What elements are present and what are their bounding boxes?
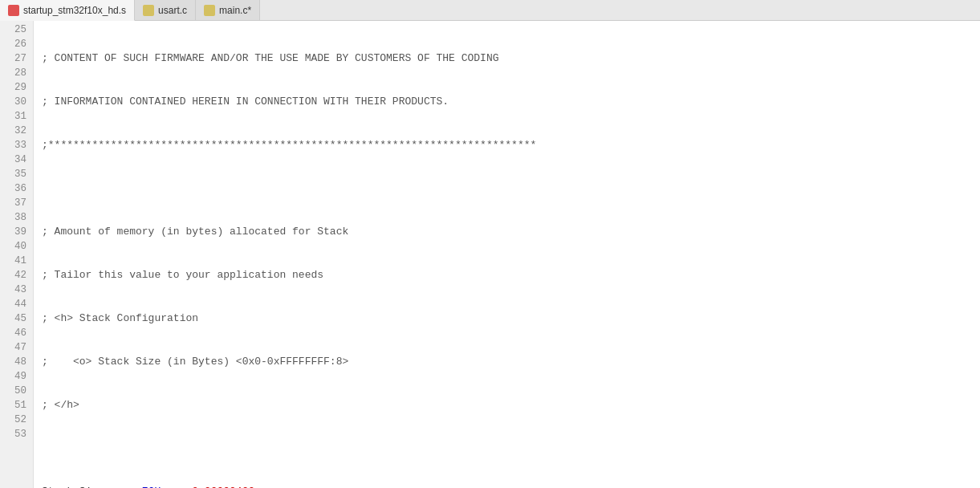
tab-icon-c-usart (143, 5, 154, 16)
code-area: 25 26 27 28 29 30 31 32 33 34 35 36 37 3… (0, 21, 980, 488)
ln-27: 27 (0, 51, 33, 66)
ln-46: 46 (0, 326, 33, 340)
tab-main-label: main.c* (219, 5, 251, 16)
ln-32: 32 (0, 124, 33, 138)
ln-31: 31 (0, 109, 33, 124)
line-32: ; <o> Stack Size (in Bytes) <0x0-0xFFFFF… (42, 355, 980, 369)
ln-40: 40 (0, 239, 33, 254)
tab-usart[interactable]: usart.c (135, 0, 196, 20)
line-28 (42, 181, 980, 196)
tab-main[interactable]: main.c* (196, 0, 260, 20)
ln-34: 34 (0, 152, 33, 167)
line-31: ; <h> Stack Configuration (42, 311, 980, 326)
ln-44: 44 (0, 297, 33, 311)
tab-bar: startup_stm32f10x_hd.s usart.c main.c* (0, 0, 980, 21)
ln-30: 30 (0, 95, 33, 109)
tab-startup[interactable]: startup_stm32f10x_hd.s (0, 0, 135, 21)
ln-41: 41 (0, 254, 33, 268)
ln-53: 53 (0, 427, 33, 441)
ln-25: 25 (0, 22, 33, 37)
code-content: ; CONTENT OF SUCH FIRMWARE AND/OR THE US… (34, 21, 980, 488)
line-34 (42, 441, 980, 456)
tab-icon-asm (8, 5, 19, 16)
line-33: ; </h> (42, 398, 980, 413)
ln-35: 35 (0, 167, 33, 181)
ln-38: 38 (0, 210, 33, 225)
line-26: ; INFORMATION CONTAINED HEREIN IN CONNEC… (42, 95, 980, 109)
ln-52: 52 (0, 413, 33, 427)
ln-33: 33 (0, 138, 33, 152)
ln-42: 42 (0, 268, 33, 283)
ln-49: 49 (0, 369, 33, 384)
ln-29: 29 (0, 80, 33, 95)
ln-50: 50 (0, 384, 33, 398)
line-numbers: 25 26 27 28 29 30 31 32 33 34 35 36 37 3… (0, 21, 34, 488)
line-27: ;***************************************… (42, 138, 980, 152)
ln-51: 51 (0, 398, 33, 413)
tab-icon-c-main (204, 5, 215, 16)
ln-48: 48 (0, 355, 33, 369)
ln-37: 37 (0, 196, 33, 210)
line-30: ; Tailor this value to your application … (42, 268, 980, 283)
ln-45: 45 (0, 311, 33, 326)
ln-36: 36 (0, 181, 33, 196)
tab-startup-label: startup_stm32f10x_hd.s (23, 5, 126, 16)
ln-43: 43 (0, 283, 33, 297)
ln-47: 47 (0, 340, 33, 355)
tab-usart-label: usart.c (158, 5, 187, 16)
ln-39: 39 (0, 225, 33, 239)
line-35: Stack_Size EQU 0x00000400 (42, 485, 980, 488)
ln-26: 26 (0, 37, 33, 51)
line-29: ; Amount of memory (in bytes) allocated … (42, 225, 980, 239)
ln-28: 28 (0, 66, 33, 80)
line-25: ; CONTENT OF SUCH FIRMWARE AND/OR THE US… (42, 51, 980, 66)
